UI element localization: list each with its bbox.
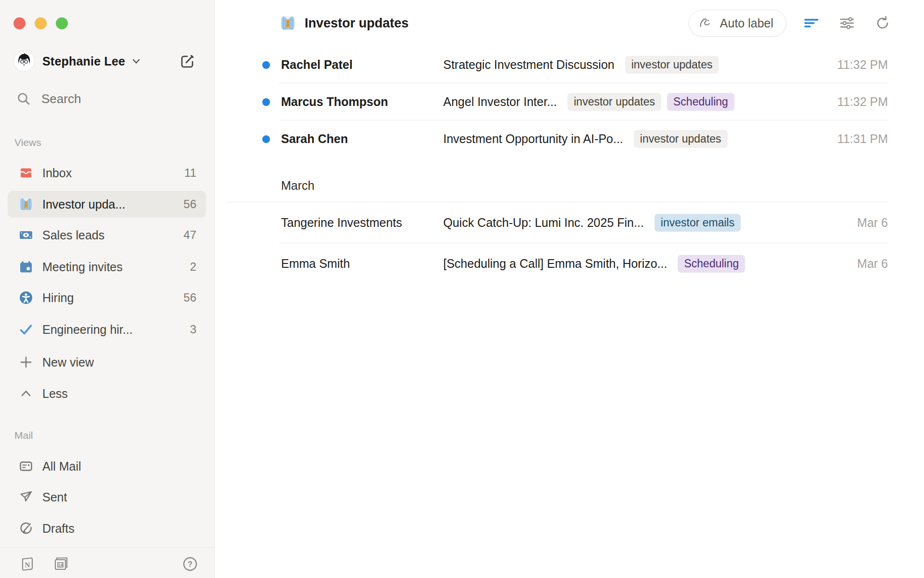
view-header: Investor updates Auto label (215, 0, 924, 46)
collapse-less-button[interactable]: Less (8, 380, 206, 407)
label-tag: investor emails (654, 214, 741, 232)
count-badge: 11 (184, 166, 196, 180)
search-label: Search (41, 92, 81, 106)
email-time: Mar 6 (857, 216, 924, 230)
label-tag: Scheduling (678, 255, 745, 273)
views-section-label: Views (14, 133, 41, 152)
sidebar-item-sales-leads[interactable]: Sales leads 47 (8, 222, 206, 249)
sidebar-item-meeting-invites[interactable]: Meeting invites 2 (8, 253, 206, 280)
sliders-icon[interactable] (836, 13, 858, 34)
filter-icon[interactable] (801, 13, 822, 34)
group-heading: March (215, 158, 924, 202)
minimize-window-button[interactable] (35, 17, 47, 29)
necktie-icon (280, 15, 296, 31)
svg-text:N: N (25, 561, 30, 569)
drafts-icon (18, 521, 34, 536)
email-time: 11:32 PM (837, 95, 924, 109)
email-row[interactable]: Tangerine Investments Quick Catch-Up: Lu… (215, 202, 924, 243)
email-time: 11:31 PM (837, 132, 924, 146)
compose-button[interactable] (177, 51, 198, 72)
auto-label-icon (699, 16, 713, 30)
unread-dot (262, 61, 270, 69)
notion-calendar-icon[interactable]: 14 (53, 555, 70, 573)
page-title: Investor updates (305, 16, 409, 31)
sidebar-item-drafts[interactable]: Drafts (8, 515, 206, 542)
unread-dot (262, 135, 270, 143)
all-mail-icon (18, 459, 34, 474)
banknote-icon (18, 227, 34, 243)
label-tag: investor updates (567, 93, 661, 111)
sidebar-item-investor-updates[interactable]: Investor upda... 56 (8, 191, 206, 218)
new-view-button[interactable]: New view (8, 349, 206, 376)
sidebar: Stephanie Lee Search Views Inbox 11 (0, 0, 215, 578)
unread-dot (262, 98, 270, 106)
email-time: 11:32 PM (837, 58, 924, 72)
accessibility-icon (18, 290, 34, 305)
main-content: Investor updates Auto label (215, 0, 924, 578)
sidebar-item-sent[interactable]: Sent (8, 484, 206, 511)
chevron-down-icon (131, 56, 141, 66)
zoom-window-button[interactable] (56, 17, 68, 29)
checkmark-icon (18, 322, 34, 337)
mail-section-label: Mail (14, 426, 33, 445)
count-badge: 47 (183, 228, 196, 242)
refresh-icon[interactable] (872, 13, 893, 34)
calendar-day-number: 14 (58, 563, 63, 567)
necktie-icon (18, 197, 34, 212)
auto-label-button[interactable]: Auto label (689, 10, 786, 37)
sidebar-item-inbox[interactable]: Inbox 11 (8, 159, 206, 186)
notion-logo-icon[interactable]: N (19, 556, 36, 572)
header-actions: Auto label (689, 0, 893, 46)
account-switcher[interactable]: Stephanie Lee (0, 48, 215, 75)
send-icon (18, 489, 34, 505)
plus-icon (18, 355, 34, 370)
sidebar-footer-divider (0, 547, 215, 548)
email-row[interactable]: Marcus Thompson Angel Investor Inter... … (215, 83, 924, 120)
label-tag: Scheduling (667, 93, 734, 111)
sidebar-item-all-mail[interactable]: All Mail (8, 453, 206, 480)
email-row[interactable]: Sarah Chen Investment Opportunity in AI-… (215, 120, 924, 158)
label-tag: investor updates (634, 130, 728, 148)
count-badge: 2 (190, 260, 196, 274)
email-list: Rachel Patel Strategic Investment Discus… (215, 46, 924, 284)
count-badge: 56 (183, 291, 196, 304)
group-heading-label: March (281, 179, 314, 193)
count-badge: 56 (183, 197, 196, 211)
window-controls (13, 17, 68, 29)
calendar-icon (18, 259, 34, 275)
sidebar-item-hiring[interactable]: Hiring 56 (8, 284, 206, 311)
sidebar-footer: N 14 ? (0, 551, 215, 578)
sidebar-item-engineering-hiring[interactable]: Engineering hir... 3 (8, 316, 206, 343)
search-button[interactable]: Search (0, 85, 215, 112)
label-tag: investor updates (625, 56, 719, 74)
email-row[interactable]: Emma Smith [Scheduling a Call] Emma Smit… (215, 243, 924, 284)
chevron-up-icon (18, 386, 34, 401)
inbox-tray-icon (18, 165, 34, 181)
close-window-button[interactable] (13, 17, 26, 29)
email-time: Mar 6 (857, 257, 924, 271)
email-row[interactable]: Rachel Patel Strategic Investment Discus… (215, 46, 924, 83)
avatar (13, 51, 35, 72)
help-icon[interactable]: ? (182, 556, 198, 572)
user-name: Stephanie Lee (42, 54, 125, 68)
svg-text:?: ? (188, 560, 192, 568)
count-badge: 3 (190, 323, 196, 336)
search-icon (16, 92, 31, 106)
